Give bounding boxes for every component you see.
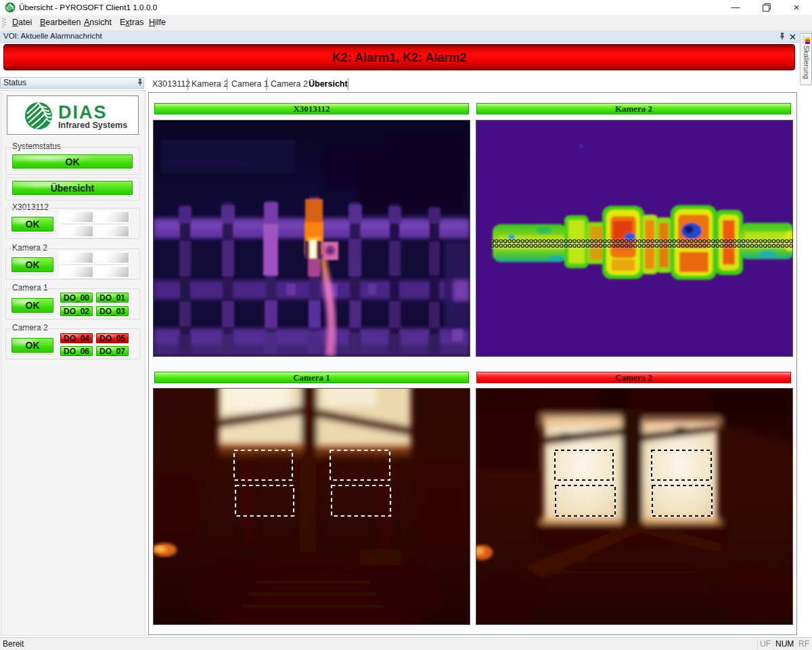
svg-text:DIAS: DIAS (58, 102, 108, 123)
svg-text:Infrared Systems: Infrared Systems (58, 121, 127, 130)
